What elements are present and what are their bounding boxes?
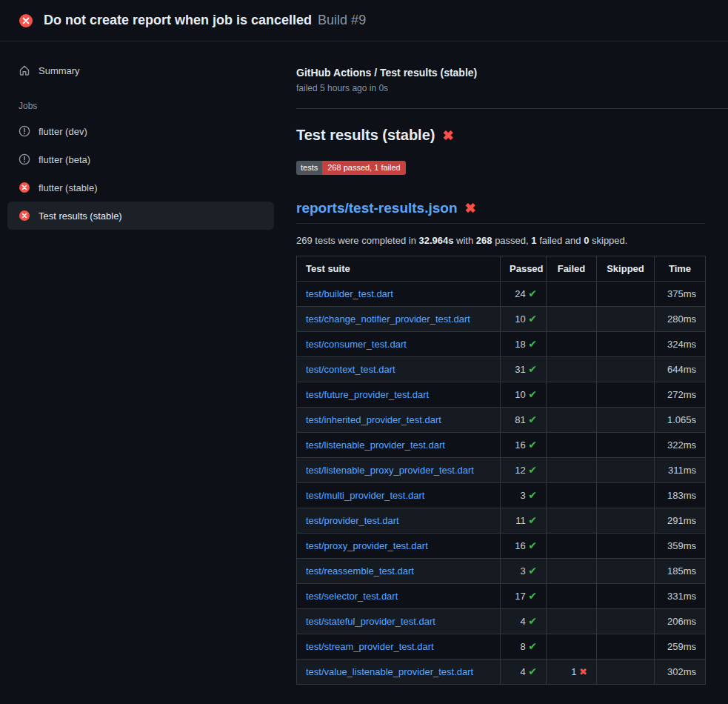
suite-link[interactable]: test/inherited_provider_test.dart xyxy=(306,414,441,425)
suite-link[interactable]: test/change_notifier_provider_test.dart xyxy=(306,313,470,325)
build-number: Build #9 xyxy=(318,13,366,27)
failed-cell xyxy=(547,483,597,508)
suite-cell: test/selector_test.dart xyxy=(297,584,501,609)
sidebar-item-summary[interactable]: Summary xyxy=(7,58,274,83)
passed-cell: 3 ✔ xyxy=(501,483,547,508)
suite-link[interactable]: test/proxy_provider_test.dart xyxy=(306,540,428,551)
suite-link[interactable]: test/future_provider_test.dart xyxy=(306,389,429,400)
suite-link[interactable]: test/stateful_provider_test.dart xyxy=(306,616,435,627)
passed-cell: 8 ✔ xyxy=(501,634,547,660)
main-content: GitHub Actions / Test results (stable) f… xyxy=(281,41,728,685)
suite-cell: test/listenable_provider_test.dart xyxy=(297,433,501,458)
skipped-cell xyxy=(597,609,655,634)
failed-cell xyxy=(547,282,597,307)
passed-cell: 17 ✔ xyxy=(501,584,547,609)
title-text: Do not create report when job is cancell… xyxy=(44,13,312,27)
table-row: test/stateful_provider_test.dart4 ✔206ms xyxy=(297,609,706,634)
badge-label: tests xyxy=(296,161,322,175)
suite-cell: test/reassemble_test.dart xyxy=(297,559,501,584)
suite-cell: test/stateful_provider_test.dart xyxy=(297,609,501,634)
summary-mid1: with xyxy=(453,235,475,246)
x-circle-icon xyxy=(19,210,30,222)
suite-cell: test/listenable_proxy_provider_test.dart xyxy=(297,458,501,483)
skipped-cell xyxy=(597,382,655,408)
passed-cell: 16 ✔ xyxy=(501,433,547,458)
section-title: Test results (stable) ✖ xyxy=(296,127,705,144)
suite-cell: test/provider_test.dart xyxy=(297,508,501,534)
jobs-list: flutter (dev)flutter (beta)flutter (stab… xyxy=(0,117,281,230)
failed-cell xyxy=(547,408,597,433)
time-cell: 259ms xyxy=(655,634,706,660)
check-icon: ✔ xyxy=(528,640,537,652)
failed-cell xyxy=(547,382,597,408)
check-run-title: Do not create report when job is cancell… xyxy=(44,13,366,28)
sidebar-item-test-results-stable[interactable]: Test results (stable) xyxy=(7,202,274,230)
skipped-cell xyxy=(597,483,655,508)
sidebar-item-flutter-stable[interactable]: flutter (stable) xyxy=(7,173,274,202)
suite-link[interactable]: test/listenable_proxy_provider_test.dart xyxy=(306,465,474,476)
time-cell: 311ms xyxy=(655,458,706,483)
suite-link[interactable]: test/selector_test.dart xyxy=(306,591,398,602)
suite-link[interactable]: test/consumer_test.dart xyxy=(306,339,407,350)
suite-link[interactable]: test/stream_provider_test.dart xyxy=(306,641,434,652)
summary-mid3: failed and xyxy=(537,235,584,246)
suite-link[interactable]: test/multi_provider_test.dart xyxy=(306,490,424,501)
table-row: test/listenable_proxy_provider_test.dart… xyxy=(297,458,706,483)
skipped-cell xyxy=(597,307,655,332)
summary-mid2: passed, xyxy=(492,235,532,246)
failed-cell xyxy=(547,584,597,609)
failed-cell: 1 ✖ xyxy=(547,660,597,685)
table-row: test/provider_test.dart11 ✔291ms xyxy=(297,508,706,534)
check-icon: ✔ xyxy=(528,565,537,577)
skipped-cell xyxy=(597,559,655,584)
report-title: reports/test-results.json ✖ xyxy=(296,200,705,224)
check-icon: ✔ xyxy=(528,414,537,425)
sidebar-item-flutter-beta[interactable]: flutter (beta) xyxy=(7,145,274,173)
time-cell: 302ms xyxy=(655,660,706,685)
table-header-row: Test suite Passed Failed Skipped Time xyxy=(297,256,706,282)
time-cell: 1.065s xyxy=(655,408,706,433)
skipped-cell xyxy=(597,408,655,433)
failed-cell xyxy=(547,307,597,332)
tests-status-badge: tests 268 passed, 1 failed xyxy=(296,161,406,175)
check-icon: ✔ xyxy=(528,388,537,400)
suite-link[interactable]: test/context_test.dart xyxy=(306,364,395,375)
failed-cell xyxy=(547,458,597,483)
skipped-cell xyxy=(597,458,655,483)
passed-cell: 3 ✔ xyxy=(501,559,547,584)
suite-link[interactable]: test/provider_test.dart xyxy=(306,515,399,526)
suite-link[interactable]: test/builder_test.dart xyxy=(306,288,393,299)
time-cell: 644ms xyxy=(655,357,706,382)
passed-cell: 10 ✔ xyxy=(501,382,547,408)
sidebar-item-flutter-dev[interactable]: flutter (dev) xyxy=(7,117,274,145)
suite-link[interactable]: test/reassemble_test.dart xyxy=(306,565,414,577)
divider xyxy=(296,108,728,109)
table-row: test/value_listenable_provider_test.dart… xyxy=(297,660,706,685)
check-icon: ✔ xyxy=(528,514,537,526)
summary-prefix: 269 tests were completed in xyxy=(296,235,418,246)
failed-cell xyxy=(547,634,597,660)
suite-cell: test/proxy_provider_test.dart xyxy=(297,534,501,559)
table-row: test/builder_test.dart24 ✔375ms xyxy=(297,282,706,307)
failed-cell xyxy=(547,534,597,559)
summary-suffix: skipped. xyxy=(589,235,627,246)
suite-link[interactable]: test/value_listenable_provider_test.dart xyxy=(306,666,473,677)
report-file-link[interactable]: reports/test-results.json xyxy=(296,200,458,216)
failed-x-icon: ✖ xyxy=(442,129,453,142)
col-header-passed: Passed xyxy=(501,256,547,282)
check-icon: ✔ xyxy=(528,464,537,476)
check-icon: ✔ xyxy=(528,338,537,350)
stop-icon xyxy=(19,125,30,137)
table-row: test/inherited_provider_test.dart81 ✔1.0… xyxy=(297,408,706,433)
badge-value: 268 passed, 1 failed xyxy=(322,161,405,175)
passed-cell: 16 ✔ xyxy=(501,534,547,559)
time-cell: 206ms xyxy=(655,609,706,634)
skipped-cell xyxy=(597,584,655,609)
table-row: test/proxy_provider_test.dart16 ✔359ms xyxy=(297,534,706,559)
time-cell: 183ms xyxy=(655,483,706,508)
suite-link[interactable]: test/listenable_provider_test.dart xyxy=(306,439,445,451)
check-run-header: Do not create report when job is cancell… xyxy=(0,0,728,41)
check-icon: ✔ xyxy=(528,439,537,451)
check-icon: ✔ xyxy=(528,288,537,299)
time-cell: 375ms xyxy=(655,282,706,307)
